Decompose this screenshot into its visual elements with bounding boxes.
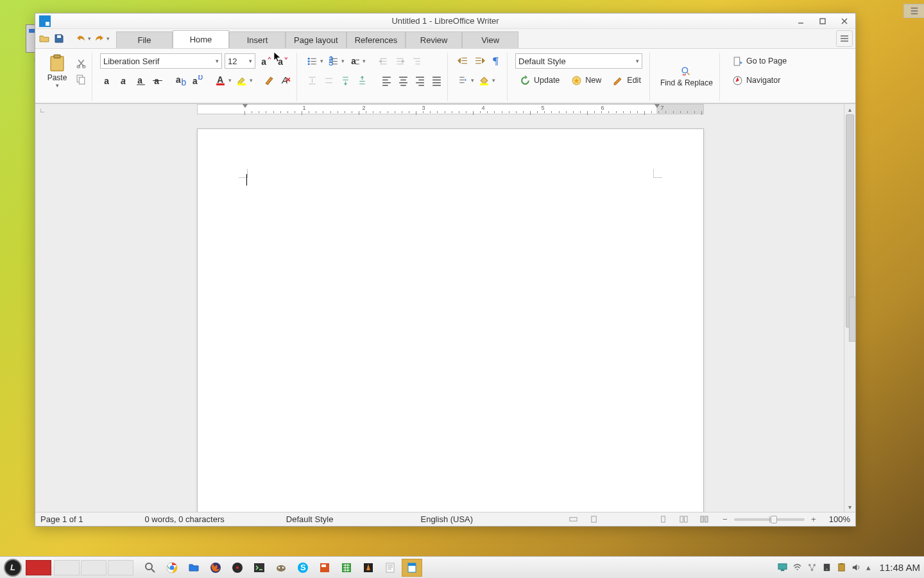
align-justify-button[interactable] — [429, 73, 443, 87]
taskbar-calc[interactable] — [336, 559, 357, 577]
redo-dropdown[interactable]: ▾ — [107, 35, 110, 42]
clone-formatting-button[interactable] — [262, 73, 276, 87]
edit-style-button[interactable]: Edit — [608, 73, 646, 87]
tray-monitor-icon[interactable] — [778, 563, 787, 572]
align-left-button[interactable] — [379, 73, 393, 87]
status-language[interactable]: English (USA) — [420, 514, 473, 524]
clipboard-paste-icon[interactable] — [47, 54, 67, 73]
tray-wifi-icon[interactable] — [792, 563, 802, 572]
tray-expand[interactable]: ▴ — [866, 563, 871, 572]
line-spacing-down-button[interactable] — [338, 73, 352, 87]
tab-insert[interactable]: Insert — [229, 31, 286, 48]
view-book[interactable] — [699, 514, 710, 525]
taskbar-firefox[interactable] — [205, 559, 226, 577]
scroll-down-button[interactable]: ▾ — [844, 502, 855, 512]
ribbon-menu-button[interactable] — [836, 30, 853, 47]
increase-spacing-button[interactable] — [305, 73, 319, 87]
find-replace-label[interactable]: Find & Replace — [660, 78, 713, 87]
underline-button[interactable]: a — [133, 73, 148, 87]
shrink-font-button[interactable]: a — [275, 54, 289, 68]
page-canvas[interactable] — [197, 128, 704, 512]
align-center-button[interactable] — [396, 73, 410, 87]
window-minimize-button[interactable] — [790, 13, 812, 29]
goto-page-button[interactable]: Go to Page — [728, 54, 791, 68]
taskbar-virtual-desktop-1[interactable] — [26, 560, 51, 575]
status-word-count[interactable]: 0 words, 0 characters — [145, 514, 225, 524]
taskbar-media[interactable] — [227, 559, 248, 577]
tab-home[interactable]: Home — [173, 30, 229, 48]
taskbar-terminal[interactable] — [249, 559, 270, 577]
tray-network-icon[interactable] — [807, 563, 817, 572]
bg-color-button[interactable] — [477, 73, 491, 87]
view-single-page[interactable] — [658, 514, 669, 525]
bullet-list-button[interactable] — [305, 54, 319, 68]
status-zoom[interactable]: 100% — [829, 514, 850, 524]
tab-references[interactable]: References — [346, 31, 406, 48]
taskbar-gimp[interactable] — [271, 559, 291, 577]
outline-button[interactable]: a — [347, 54, 361, 68]
status-page-style[interactable]: Default Style — [286, 514, 334, 524]
clear-formatting-button[interactable]: A — [278, 73, 293, 87]
decrease-indent-button[interactable] — [376, 54, 390, 68]
tab-review[interactable]: Review — [406, 31, 462, 48]
status-insert-mode[interactable] — [569, 514, 579, 525]
decrease-indent2-button[interactable] — [456, 54, 470, 68]
font-color-dropdown[interactable]: ▾ — [228, 77, 232, 83]
status-page[interactable]: Page 1 of 1 — [40, 514, 83, 524]
taskbar-virtual-desktop-4[interactable] — [108, 560, 133, 575]
grow-font-button[interactable]: a — [258, 54, 272, 68]
increase-indent-button[interactable] — [393, 54, 407, 68]
taskbar-chrome[interactable] — [162, 559, 182, 577]
superscript-button[interactable]: ab — [190, 73, 204, 87]
scroll-thumb[interactable] — [846, 114, 854, 328]
align-right-button[interactable] — [413, 73, 427, 87]
find-replace-icon[interactable] — [681, 66, 692, 77]
font-size-combo[interactable]: 12▾ — [225, 53, 255, 69]
undo-button[interactable] — [74, 32, 87, 45]
taskbar-vlc[interactable] — [358, 559, 379, 577]
save-button[interactable] — [53, 32, 65, 45]
font-color-button[interactable]: A — [213, 73, 227, 87]
navigator-button[interactable]: Navigator — [728, 73, 785, 87]
bold-button[interactable]: a — [100, 73, 114, 87]
zoom-slider[interactable] — [734, 518, 805, 521]
bullet-list-dropdown[interactable]: ▾ — [320, 58, 323, 64]
indent-marker-left[interactable] — [242, 103, 248, 108]
document-area[interactable] — [49, 117, 841, 512]
font-name-combo[interactable]: Liberation Serif▾ — [100, 53, 222, 69]
tab-file[interactable]: File — [116, 31, 173, 48]
new-style-button[interactable]: New — [567, 73, 606, 87]
zoom-out-button[interactable]: − — [720, 514, 730, 525]
taskbar-writer[interactable] — [402, 559, 422, 577]
ltr-button[interactable] — [456, 73, 470, 87]
window-titlebar[interactable]: Untitled 1 - LibreOffice Writer — [35, 13, 855, 29]
indent-marker-right[interactable] — [654, 103, 660, 108]
cut-button[interactable] — [74, 57, 88, 71]
tab-page-layout[interactable]: Page layout — [286, 31, 346, 48]
subscript-button[interactable]: ab — [173, 73, 187, 87]
paragraph-style-combo[interactable]: Default Style▾ — [515, 53, 642, 69]
desktop-side-panel-toggle[interactable] — [903, 4, 924, 18]
bg-color-dropdown[interactable]: ▾ — [492, 77, 495, 83]
window-close-button[interactable] — [834, 13, 855, 29]
start-menu-button[interactable]: L — [4, 559, 22, 577]
sidebar-toggle-grip[interactable] — [849, 297, 855, 342]
taskbar-text-editor[interactable] — [380, 559, 400, 577]
paste-dropdown[interactable]: ▾ — [56, 82, 59, 89]
hanging-indent-button[interactable] — [409, 54, 424, 68]
paste-button-label[interactable]: Paste — [47, 73, 67, 82]
taskbar-virtual-desktop-3[interactable] — [81, 560, 107, 575]
ltr-dropdown[interactable]: ▾ — [471, 77, 474, 83]
taskbar-skype[interactable]: S — [293, 559, 313, 577]
tray-drive-icon[interactable] — [822, 563, 832, 572]
status-selection-mode[interactable] — [589, 514, 599, 525]
highlight-dropdown[interactable]: ▾ — [250, 77, 253, 83]
open-button[interactable] — [38, 32, 51, 45]
view-multi-page[interactable] — [679, 514, 689, 525]
number-list-button[interactable]: 123 — [326, 54, 340, 68]
zoom-knob[interactable] — [771, 516, 777, 523]
highlight-color-button[interactable] — [234, 73, 248, 87]
tab-view[interactable]: View — [462, 31, 518, 48]
line-spacing-up-button[interactable] — [355, 73, 369, 87]
tray-volume-icon[interactable] — [851, 563, 861, 572]
